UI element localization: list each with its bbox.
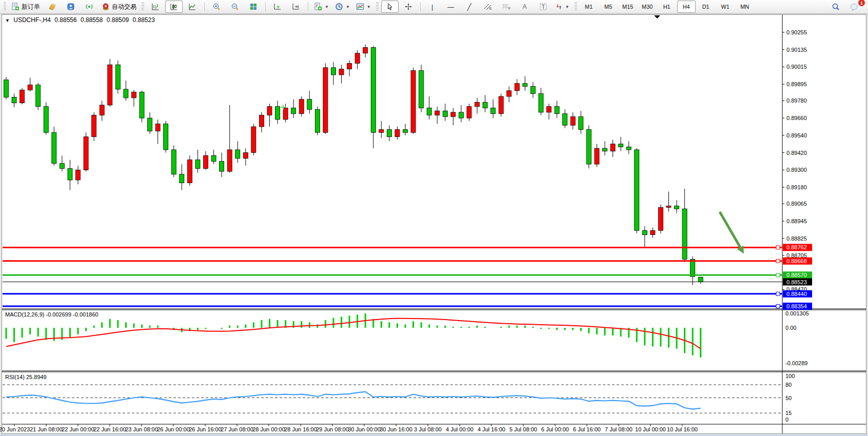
search-icon <box>832 3 840 11</box>
toolbar-grip[interactable] <box>376 2 379 11</box>
candle-body <box>84 137 88 170</box>
periods-button[interactable]: ▼ <box>332 1 352 13</box>
candle-body <box>44 107 48 133</box>
collapse-triangle-icon[interactable]: ▼ <box>5 18 10 23</box>
auto-scroll-button[interactable] <box>269 1 286 13</box>
candlestick-chart-button[interactable] <box>165 1 183 13</box>
toolbar-grip[interactable] <box>142 2 144 11</box>
chart-annotations[interactable] <box>281 15 744 253</box>
trendline-button[interactable]: ╱ <box>461 1 478 13</box>
horizontal-line-button[interactable]: — <box>442 1 460 13</box>
timeframe-button-m30[interactable]: M30 <box>638 1 657 13</box>
line-handle[interactable] <box>776 259 780 263</box>
svg-text:0.00: 0.00 <box>785 325 796 331</box>
chart-canvas[interactable]: 0.902550.901350.900150.898950.897800.896… <box>0 14 868 434</box>
chart-shift-marker[interactable] <box>654 15 660 18</box>
candle-body <box>60 164 64 169</box>
svg-text:28 Jun 16:00: 28 Jun 16:00 <box>284 426 317 432</box>
new-order-button[interactable]: 新订单 <box>9 1 43 13</box>
new-order-icon <box>11 3 19 11</box>
zoom-out-button[interactable] <box>226 1 244 13</box>
svg-text:20 Jun 2023: 20 Jun 2023 <box>0 426 30 432</box>
text-label-button[interactable]: T <box>535 1 552 13</box>
chart-shift-button[interactable] <box>287 1 305 13</box>
toolbar-separator <box>265 2 266 11</box>
line-handle[interactable] <box>776 273 780 277</box>
templates-button[interactable]: ▼ <box>353 1 373 13</box>
ohlc-open: 0.88556 <box>54 16 76 24</box>
history-center-button[interactable] <box>44 1 61 13</box>
svg-text:0.89660: 0.89660 <box>786 115 807 121</box>
line-handle[interactable] <box>776 292 780 295</box>
candle-body <box>36 85 41 107</box>
toolbar-grip[interactable] <box>575 2 577 11</box>
candle-body <box>603 148 607 151</box>
chart-ohlc-header: ▼ USDCHF-,H4 0.88556 0.88558 0.88509 0.8… <box>5 16 157 24</box>
toolbar-grip[interactable] <box>4 2 6 11</box>
horizontal-lines[interactable]: 0.887620.886680.885700.885230.884400.883… <box>3 244 812 310</box>
signals-button[interactable] <box>81 1 98 13</box>
arrows-button[interactable]: ▼ <box>553 1 572 13</box>
candle-body <box>507 91 511 96</box>
candle-body <box>76 170 81 180</box>
timeframe-button-h1[interactable]: H1 <box>658 1 676 13</box>
line-handle[interactable] <box>776 246 780 249</box>
candlestick-series[interactable] <box>4 45 703 285</box>
equidistant-channel-button[interactable]: E <box>479 1 497 13</box>
dropdown-arrow-icon: ▼ <box>565 5 569 9</box>
timeframe-toolbar: M1M5M15M30H1H4D1W1MN <box>580 1 754 13</box>
candle-body <box>579 116 583 129</box>
candle-body <box>307 100 312 110</box>
svg-text:30 Jun 16:00: 30 Jun 16:00 <box>380 426 412 432</box>
notification-badge: 1 <box>858 0 865 7</box>
vertical-line-icon: | <box>431 3 433 11</box>
notifications-button[interactable]: 1 <box>845 1 863 13</box>
text-button[interactable]: A <box>516 1 534 13</box>
svg-text:50: 50 <box>785 395 792 401</box>
svg-text:4 Jul 16:00: 4 Jul 16:00 <box>478 426 505 432</box>
macd-indicator[interactable] <box>6 313 701 358</box>
timeframe-button-d1[interactable]: D1 <box>697 1 715 13</box>
autotrade-button[interactable]: 自动交易 <box>99 1 139 13</box>
candle-body <box>379 130 384 133</box>
line-handle[interactable] <box>776 304 780 308</box>
crosshair-button[interactable] <box>400 1 417 13</box>
candle-body <box>427 108 431 115</box>
timeframe-button-h4[interactable]: H4 <box>677 1 696 13</box>
rsi-line[interactable] <box>6 392 701 409</box>
arrows-icon <box>556 3 563 11</box>
equidistant-channel-icon: E <box>483 3 492 11</box>
candle-body <box>530 86 535 93</box>
candle-body <box>523 84 527 87</box>
candle-body <box>355 53 360 64</box>
fibonacci-button[interactable]: F <box>498 1 515 13</box>
cursor-button[interactable] <box>381 1 399 13</box>
svg-text:6 Jul 16:00: 6 Jul 16:00 <box>573 426 601 432</box>
svg-text:15: 15 <box>785 410 792 416</box>
timeframe-button-m1[interactable]: M1 <box>580 1 598 13</box>
tile-windows-button[interactable] <box>245 1 262 13</box>
time-axis: 20 Jun 202321 Jun 08:0022 Jun 00:0022 Ju… <box>0 424 698 432</box>
autotrade-icon <box>102 3 110 11</box>
svg-text:7 Jul 08:00: 7 Jul 08:00 <box>605 426 633 432</box>
indicators-icon: f <box>314 3 322 11</box>
svg-text:100: 100 <box>785 373 795 379</box>
market-button[interactable] <box>62 1 80 13</box>
vertical-line-button[interactable]: | <box>424 1 441 13</box>
candle-body <box>323 68 328 132</box>
search-button[interactable] <box>827 1 844 13</box>
timeframe-button-m5[interactable]: M5 <box>599 1 618 13</box>
line-chart-button[interactable] <box>184 1 201 13</box>
candle-body <box>331 68 336 75</box>
candle-body <box>275 107 280 120</box>
autotrade-label: 自动交易 <box>112 3 136 11</box>
timeframe-button-mn[interactable]: MN <box>736 1 754 13</box>
candle-body <box>443 111 447 116</box>
timeframe-button-w1[interactable]: W1 <box>716 1 735 13</box>
bar-chart-button[interactable] <box>147 1 164 13</box>
svg-text:29 Jun 08:00: 29 Jun 08:00 <box>316 426 349 432</box>
indicators-button[interactable]: f ▼ <box>311 1 331 13</box>
down-arrow-annotation[interactable] <box>720 212 741 248</box>
zoom-in-button[interactable] <box>208 1 225 13</box>
timeframe-button-m15[interactable]: M15 <box>619 1 637 13</box>
